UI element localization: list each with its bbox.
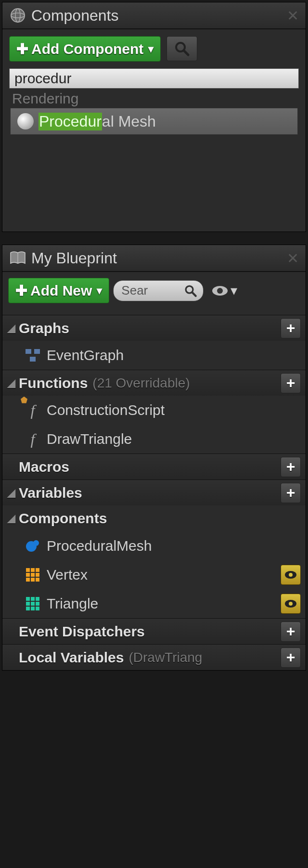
search-placeholder: Sear — [121, 283, 148, 298]
svg-rect-10 — [26, 349, 31, 354]
blueprint-tree: ◢ Graphs + EventGraph ◢ Functions (21 Ov… — [2, 315, 306, 670]
category-graphs[interactable]: ◢ Graphs + — [2, 315, 306, 341]
eye-icon — [211, 285, 229, 297]
category-label: Variables — [19, 485, 82, 501]
search-icon — [184, 284, 197, 298]
expand-arrow-icon: ◢ — [7, 512, 16, 525]
item-label: ProceduralMesh — [47, 538, 152, 554]
caret-down-icon: ▾ — [148, 43, 154, 55]
component-search-value: procedur — [14, 70, 71, 87]
category-label: Components — [19, 510, 107, 527]
add-local-variable-button[interactable]: + — [281, 648, 301, 668]
blueprint-search-input[interactable]: Sear — [113, 280, 204, 301]
category-macros[interactable]: ◢ Macros + — [2, 453, 306, 479]
svg-point-18 — [289, 602, 293, 606]
components-toolbar: ✚ Add Component ▾ — [9, 36, 299, 62]
add-component-label: Add Component — [31, 41, 143, 57]
caret-down-icon: ▾ — [231, 283, 237, 298]
category-label: Local Variables — [19, 649, 124, 666]
search-toggle-button[interactable] — [167, 36, 197, 61]
add-new-label: Add New — [30, 283, 92, 299]
mesh-sphere-icon — [17, 113, 34, 130]
add-new-button[interactable]: ✚ Add New ▾ — [8, 278, 109, 303]
close-icon[interactable]: ✕ — [287, 250, 299, 267]
expand-arrow-icon: ◢ — [7, 377, 16, 389]
plus-icon: ✚ — [16, 40, 28, 57]
category-label: Macros — [19, 459, 69, 475]
svg-point-9 — [217, 288, 223, 294]
expand-arrow-icon: ◢ — [7, 487, 16, 499]
graph-icon — [24, 349, 42, 362]
myblueprint-toolbar: ✚ Add New ▾ Sear ▾ — [2, 272, 306, 303]
add-macro-button[interactable]: + — [281, 457, 301, 477]
svg-point-16 — [289, 573, 293, 577]
item-label: Triangle — [47, 596, 98, 612]
myblueprint-tab[interactable]: My Blueprint ✕ — [2, 245, 306, 272]
expand-arrow-icon: ◢ — [7, 322, 16, 335]
add-dispatcher-button[interactable]: + — [281, 622, 301, 642]
category-event-dispatchers[interactable]: ◢ Event Dispatchers + — [2, 618, 306, 644]
add-variable-button[interactable]: + — [281, 483, 301, 503]
myblueprint-panel: My Blueprint ✕ ✚ Add New ▾ Sear ▾ ◢ Grap… — [2, 245, 306, 671]
add-function-button[interactable]: + — [281, 373, 301, 393]
svg-point-0 — [11, 9, 25, 22]
category-local-variables[interactable]: ◢ Local Variables (DrawTriang + — [2, 644, 306, 670]
visibility-toggle-button[interactable] — [281, 565, 301, 585]
item-drawtriangle[interactable]: f DrawTriangle — [2, 425, 306, 453]
category-components[interactable]: ◢ Components — [2, 505, 306, 531]
add-component-button[interactable]: ✚ Add Component ▾ — [9, 36, 161, 62]
svg-rect-12 — [30, 357, 36, 362]
item-vertex[interactable]: Vertex — [2, 560, 306, 589]
item-label: DrawTriangle — [47, 431, 132, 447]
item-proceduralmesh[interactable]: ProceduralMesh — [2, 531, 306, 560]
add-graph-button[interactable]: + — [281, 318, 301, 338]
myblueprint-tab-label: My Blueprint — [31, 249, 117, 267]
svg-rect-11 — [34, 349, 40, 354]
result-highlight: Procedur — [38, 113, 102, 130]
components-body: ✚ Add Component ▾ procedur Rendering Pro… — [2, 29, 306, 232]
plus-icon: ✚ — [15, 282, 27, 299]
function-icon: f — [24, 430, 42, 448]
array-green-icon — [24, 597, 42, 610]
category-sublabel: (21 Overridable) — [92, 376, 190, 391]
visibility-filter-button[interactable]: ▾ — [211, 283, 237, 298]
item-constructionscript[interactable]: f ConstructionScript — [2, 396, 306, 425]
close-icon[interactable]: ✕ — [287, 7, 299, 24]
components-panel: Components ✕ ✚ Add Component ▾ procedur … — [2, 2, 306, 232]
svg-point-14 — [33, 540, 39, 546]
item-label: ConstructionScript — [47, 402, 165, 418]
category-label: Event Dispatchers — [19, 623, 145, 640]
svg-line-4 — [184, 51, 188, 55]
result-rest: al Mesh — [102, 113, 156, 130]
svg-line-7 — [192, 292, 196, 296]
item-label: EventGraph — [47, 347, 124, 363]
book-icon — [9, 249, 26, 267]
caret-down-icon: ▾ — [97, 285, 102, 297]
function-icon: f — [24, 402, 42, 419]
eye-icon — [284, 570, 297, 580]
category-sublabel: (DrawTriang — [128, 650, 202, 665]
mesh-blue-icon — [24, 539, 42, 553]
sphere-icon — [9, 7, 26, 24]
item-eventgraph[interactable]: EventGraph — [2, 341, 306, 370]
component-search-input[interactable]: procedur — [9, 68, 299, 89]
search-category: Rendering — [9, 89, 299, 108]
visibility-toggle-button[interactable] — [281, 594, 301, 614]
category-label: Functions — [19, 375, 88, 391]
components-tab-label: Components — [31, 7, 118, 25]
item-triangle[interactable]: Triangle — [2, 589, 306, 618]
eye-icon — [284, 599, 297, 609]
category-label: Graphs — [19, 320, 69, 337]
item-label: Vertex — [47, 567, 88, 583]
search-icon — [174, 40, 190, 57]
components-tab[interactable]: Components ✕ — [2, 2, 306, 29]
array-yellow-icon — [24, 568, 42, 582]
search-result-procedural-mesh[interactable]: Procedural Mesh — [10, 108, 298, 135]
category-variables[interactable]: ◢ Variables + — [2, 479, 306, 505]
category-functions[interactable]: ◢ Functions (21 Overridable) + — [2, 370, 306, 396]
